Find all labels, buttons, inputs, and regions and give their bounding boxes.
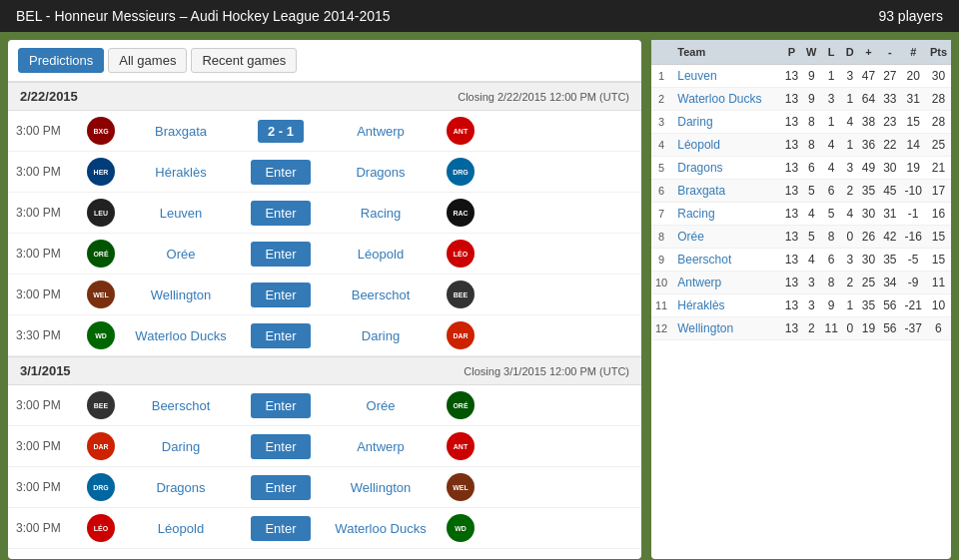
standings-row: 6Braxgata135623545-1017 bbox=[651, 180, 951, 203]
minus-cell: 31 bbox=[879, 203, 900, 226]
col-hash: # bbox=[901, 40, 926, 65]
l-cell: 6 bbox=[821, 249, 842, 272]
enter-button[interactable]: Enter bbox=[251, 323, 310, 348]
team-name-cell[interactable]: Waterloo Ducks bbox=[671, 88, 781, 111]
p-cell: 13 bbox=[781, 272, 802, 294]
standings-row: 11Héraklès133913556-2110 bbox=[651, 294, 951, 317]
tab-all-games[interactable]: All games bbox=[108, 48, 187, 73]
p-cell: 13 bbox=[781, 157, 802, 180]
logo-dragons-logo: DRG bbox=[87, 473, 115, 501]
logo-oree-logo: ORÉ bbox=[447, 391, 475, 419]
enter-button[interactable]: Enter bbox=[251, 516, 310, 541]
game-row: 3:00 PMBXGBraxgata2 - 1AntwerpANT bbox=[8, 111, 641, 152]
plus-cell: 64 bbox=[858, 88, 879, 111]
home-team[interactable]: Daring bbox=[121, 439, 241, 454]
w-cell: 5 bbox=[802, 180, 820, 203]
standings-table: Team P W L D + - # Pts 1Leuven1391347272… bbox=[651, 40, 951, 340]
team-name-cell[interactable]: Wellington bbox=[671, 317, 781, 340]
away-logo-cell: LÉO bbox=[441, 240, 480, 268]
team-name-cell[interactable]: Antwerp bbox=[671, 272, 781, 294]
col-pts: Pts bbox=[926, 40, 951, 65]
logo-leopold-logo: LÉO bbox=[447, 240, 475, 268]
team-name-cell[interactable]: Braxgata bbox=[671, 180, 781, 203]
logo-waterloo-logo: WD bbox=[447, 514, 475, 542]
team-name-cell[interactable]: Leuven bbox=[671, 65, 781, 88]
team-name-cell[interactable]: Léopold bbox=[671, 134, 781, 157]
logo-leopold-logo: LÉO bbox=[87, 514, 115, 542]
hash-cell: 20 bbox=[901, 65, 926, 88]
logo-waterloo-logo: WD bbox=[87, 321, 115, 349]
tab-recent-games[interactable]: Recent games bbox=[191, 48, 297, 73]
away-team[interactable]: Antwerp bbox=[321, 439, 441, 454]
home-team[interactable]: Léopold bbox=[121, 521, 241, 536]
away-team[interactable]: Beerschot bbox=[321, 287, 441, 302]
col-rank bbox=[651, 40, 671, 65]
enter-button[interactable]: Enter bbox=[251, 434, 310, 459]
minus-cell: 56 bbox=[879, 317, 900, 340]
plus-cell: 35 bbox=[858, 180, 879, 203]
plus-cell: 36 bbox=[858, 134, 879, 157]
enter-button[interactable]: Enter bbox=[251, 160, 310, 185]
home-team[interactable]: Waterloo Ducks bbox=[121, 328, 241, 343]
plus-cell: 30 bbox=[858, 203, 879, 226]
enter-button[interactable]: Enter bbox=[251, 475, 310, 500]
away-team[interactable]: Orée bbox=[321, 398, 441, 413]
p-cell: 13 bbox=[781, 65, 802, 88]
away-team[interactable]: Léopold bbox=[321, 247, 441, 262]
home-team[interactable]: Wellington bbox=[121, 287, 241, 302]
rank-cell: 9 bbox=[651, 249, 671, 272]
standings-row: 1Leuven1391347272030 bbox=[651, 65, 951, 88]
closing-label: Closing 2/22/2015 12:00 PM (UTC) bbox=[458, 91, 629, 103]
col-d: D bbox=[842, 40, 858, 65]
team-name-cell[interactable]: Dragons bbox=[671, 157, 781, 180]
d-cell: 2 bbox=[842, 180, 858, 203]
w-cell: 3 bbox=[802, 294, 820, 317]
col-l: L bbox=[821, 40, 842, 65]
home-team[interactable]: Orée bbox=[121, 247, 241, 262]
p-cell: 13 bbox=[781, 249, 802, 272]
enter-button[interactable]: Enter bbox=[251, 282, 310, 307]
l-cell: 5 bbox=[821, 203, 842, 226]
away-team[interactable]: Waterloo Ducks bbox=[321, 521, 441, 536]
l-cell: 6 bbox=[821, 180, 842, 203]
plus-cell: 35 bbox=[858, 294, 879, 317]
logo-racing-logo: RAC bbox=[447, 199, 475, 227]
standings-row: 12Wellington1321101956-376 bbox=[651, 317, 951, 340]
rank-cell: 3 bbox=[651, 111, 671, 134]
standings-header-row: Team P W L D + - # Pts bbox=[651, 40, 951, 65]
tab-predictions[interactable]: Predictions bbox=[18, 48, 104, 73]
l-cell: 4 bbox=[821, 134, 842, 157]
right-panel: Team P W L D + - # Pts 1Leuven1391347272… bbox=[651, 40, 951, 559]
logo-dragons-logo: DRG bbox=[447, 158, 475, 186]
team-name-cell[interactable]: Racing bbox=[671, 203, 781, 226]
away-logo-cell: WD bbox=[441, 514, 480, 542]
away-team[interactable]: Antwerp bbox=[321, 124, 441, 139]
minus-cell: 23 bbox=[879, 111, 900, 134]
d-cell: 4 bbox=[842, 203, 858, 226]
away-team[interactable]: Dragons bbox=[321, 165, 441, 180]
team-name-cell[interactable]: Orée bbox=[671, 226, 781, 249]
away-logo-cell: DRG bbox=[441, 158, 480, 186]
col-team: Team bbox=[671, 40, 781, 65]
away-team[interactable]: Wellington bbox=[321, 480, 441, 495]
game-time: 3:00 PM bbox=[16, 247, 81, 261]
home-logo-cell: DRG bbox=[81, 473, 121, 501]
team-name-cell[interactable]: Beerschot bbox=[671, 249, 781, 272]
p-cell: 13 bbox=[781, 203, 802, 226]
home-team[interactable]: Beerschot bbox=[121, 398, 241, 413]
logo-beerschot-logo: BEE bbox=[87, 391, 115, 419]
standings-row: 4Léopold1384136221425 bbox=[651, 134, 951, 157]
home-team[interactable]: Dragons bbox=[121, 480, 241, 495]
l-cell: 8 bbox=[821, 272, 842, 294]
away-team[interactable]: Daring bbox=[321, 328, 441, 343]
team-name-cell[interactable]: Héraklès bbox=[671, 294, 781, 317]
home-team[interactable]: Braxgata bbox=[121, 124, 241, 139]
home-team[interactable]: Leuven bbox=[121, 206, 241, 221]
enter-button[interactable]: Enter bbox=[251, 393, 310, 418]
game-time: 3:00 PM bbox=[16, 398, 81, 412]
away-team[interactable]: Racing bbox=[321, 206, 441, 221]
team-name-cell[interactable]: Daring bbox=[671, 111, 781, 134]
enter-button[interactable]: Enter bbox=[251, 242, 310, 267]
enter-button[interactable]: Enter bbox=[251, 201, 310, 226]
home-team[interactable]: Héraklès bbox=[121, 165, 241, 180]
